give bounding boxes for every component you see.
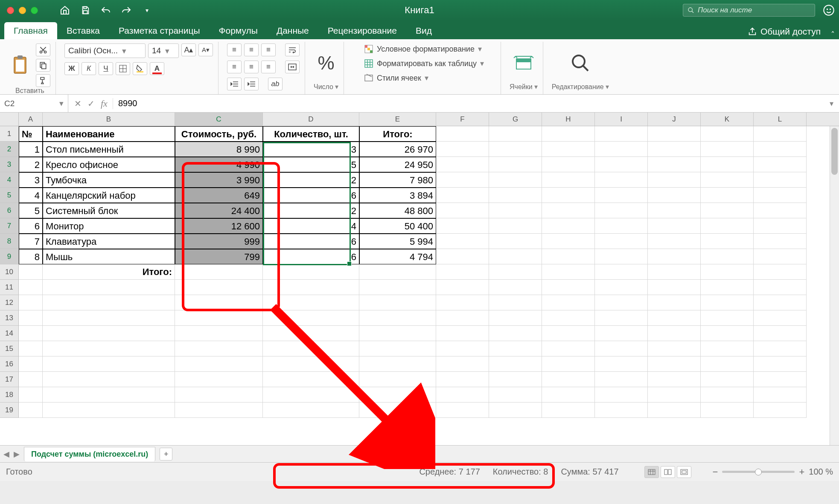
cell[interactable] (754, 172, 807, 188)
format-as-table-button[interactable]: Форматировать как таблицу ▾ (364, 58, 484, 69)
cell[interactable] (489, 356, 542, 372)
add-sheet-button[interactable]: + (160, 448, 172, 461)
cell[interactable]: Системный блок (43, 203, 175, 218)
cell[interactable]: 2 (263, 172, 359, 188)
cell[interactable]: 6 (263, 234, 359, 249)
tab-page-layout[interactable]: Разметка страницы (109, 22, 210, 39)
cell[interactable]: 5 (19, 203, 43, 218)
cell[interactable] (648, 310, 701, 326)
cell[interactable] (701, 326, 754, 341)
cell[interactable]: 3 (19, 172, 43, 188)
page-layout-view-icon[interactable] (661, 466, 675, 478)
row-header[interactable]: 16 (0, 356, 19, 372)
cell[interactable] (648, 356, 701, 372)
cell[interactable] (701, 218, 754, 234)
cell[interactable] (542, 356, 595, 372)
cell[interactable] (754, 249, 807, 264)
redo-icon[interactable] (121, 5, 132, 16)
cell[interactable]: 24 400 (175, 203, 263, 218)
row-header[interactable]: 10 (0, 264, 19, 280)
cell[interactable] (19, 264, 43, 280)
cancel-formula-icon[interactable]: ✕ (74, 98, 82, 109)
cell[interactable] (648, 403, 701, 418)
cell[interactable] (436, 356, 489, 372)
col-header[interactable]: H (542, 113, 595, 126)
sheet-tab[interactable]: Подсчет суммы (microexcel.ru) (24, 447, 155, 461)
cell[interactable] (489, 234, 542, 249)
cell-styles-button[interactable]: Стили ячеек ▾ (364, 72, 428, 84)
cell[interactable] (359, 326, 436, 341)
cell[interactable]: 3 (263, 142, 359, 157)
cell[interactable] (175, 280, 263, 295)
cell[interactable] (436, 341, 489, 356)
cell[interactable] (754, 157, 807, 172)
select-all-corner[interactable] (0, 113, 19, 126)
cell[interactable]: 6 (19, 218, 43, 234)
cell[interactable] (489, 280, 542, 295)
cell[interactable] (263, 341, 359, 356)
scrollbar-thumb[interactable] (831, 128, 838, 175)
cell[interactable] (175, 387, 263, 403)
zoom-in-button[interactable]: + (799, 466, 804, 478)
cell[interactable] (359, 356, 436, 372)
cell[interactable] (701, 264, 754, 280)
cell[interactable] (754, 142, 807, 157)
cell[interactable] (436, 157, 489, 172)
cell[interactable] (436, 234, 489, 249)
align-right-icon[interactable]: ≡ (261, 61, 276, 73)
cell[interactable] (595, 188, 648, 203)
col-header[interactable]: C (175, 113, 263, 126)
cell[interactable] (489, 387, 542, 403)
cell[interactable] (489, 142, 542, 157)
cell[interactable] (701, 203, 754, 218)
cell[interactable] (263, 356, 359, 372)
wrap-text-icon[interactable] (285, 43, 300, 56)
cell[interactable] (43, 356, 175, 372)
cell[interactable]: 2 (263, 203, 359, 218)
cell[interactable] (542, 310, 595, 326)
cell[interactable]: Стоимость, руб. (175, 126, 263, 142)
cell[interactable] (43, 326, 175, 341)
cell[interactable] (175, 356, 263, 372)
tab-insert[interactable]: Вставка (57, 22, 109, 39)
cell[interactable] (263, 310, 359, 326)
decrease-font-icon[interactable]: A▾ (198, 43, 213, 56)
cell[interactable] (19, 310, 43, 326)
cell[interactable] (542, 326, 595, 341)
close-window-button[interactable] (7, 7, 14, 14)
cell[interactable] (542, 172, 595, 188)
cell[interactable]: 3 894 (359, 188, 436, 203)
col-header[interactable]: F (436, 113, 489, 126)
cell[interactable]: 7 980 (359, 172, 436, 188)
tab-view[interactable]: Вид (406, 22, 441, 39)
cell[interactable] (542, 341, 595, 356)
merge-cells-icon[interactable] (285, 61, 300, 73)
cell[interactable] (542, 142, 595, 157)
cell[interactable] (489, 188, 542, 203)
sheet-search[interactable] (683, 4, 815, 17)
tab-formulas[interactable]: Формулы (210, 22, 267, 39)
cell[interactable] (542, 264, 595, 280)
cell[interactable] (542, 157, 595, 172)
cell[interactable] (595, 356, 648, 372)
cell[interactable] (595, 387, 648, 403)
align-middle-icon[interactable]: ≡ (244, 43, 259, 56)
cell[interactable] (436, 188, 489, 203)
cell[interactable]: 8 (19, 249, 43, 264)
cell[interactable] (359, 341, 436, 356)
cell[interactable] (595, 403, 648, 418)
cell[interactable] (43, 295, 175, 310)
ribbon-collapse-icon[interactable]: ˄ (831, 30, 835, 39)
col-header[interactable]: L (754, 113, 807, 126)
cell[interactable] (701, 172, 754, 188)
cell[interactable] (43, 403, 175, 418)
col-header[interactable]: I (595, 113, 648, 126)
cell[interactable]: 26 970 (359, 142, 436, 157)
cell[interactable] (19, 372, 43, 387)
minimize-window-button[interactable] (19, 7, 26, 14)
cell[interactable] (648, 126, 701, 142)
cell[interactable]: 5 (263, 157, 359, 172)
col-header[interactable]: K (701, 113, 754, 126)
cell[interactable]: 48 800 (359, 203, 436, 218)
cell[interactable] (489, 403, 542, 418)
